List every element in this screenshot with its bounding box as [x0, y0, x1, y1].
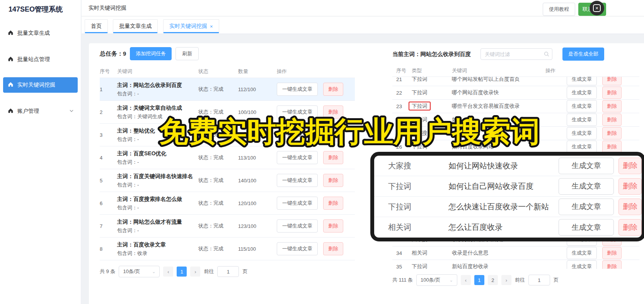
table-row[interactable]: 8 主词：百度收录文章包含词：收录 状态：完成 115/100 一键生成文章删除: [100, 238, 355, 260]
generate-articles-button[interactable]: 一键生成文章: [277, 105, 318, 119]
table-row[interactable]: 35 下拉词 新站百度秒收录 生成文章删除: [392, 260, 639, 269]
task-main-word: 主词：百度SEO优化: [117, 149, 198, 158]
delete-button[interactable]: 删除: [602, 127, 622, 139]
page-title: 实时关键词挖掘: [89, 5, 126, 12]
floating-widget-icon[interactable]: ✕: [589, 1, 604, 15]
delete-button[interactable]: 删除: [602, 87, 622, 99]
delete-button[interactable]: 删除: [602, 247, 622, 259]
generate-articles-button[interactable]: 一键生成文章: [277, 128, 318, 141]
delete-button[interactable]: 删除: [323, 105, 343, 119]
task-qty: 100/100: [238, 109, 277, 115]
generate-article-button[interactable]: 生成文章: [567, 141, 597, 153]
task-main-word: 主词：关键词文章自动生成: [117, 104, 198, 112]
add-task-button[interactable]: 添加挖词任务: [130, 47, 172, 60]
table-row[interactable]: 21 下拉词 哪个网站发帖可以上百度首页 生成文章删除: [392, 77, 639, 86]
keyword-table-header: 序号 类型 关键词 操作: [392, 65, 639, 77]
tab-keyword-mining[interactable]: 实时关键词挖掘 ×: [163, 19, 219, 33]
page-button-1[interactable]: 1: [474, 275, 484, 285]
keyword-text: 如何让自己网站收录百度: [448, 181, 559, 192]
generate-articles-button[interactable]: 一键生成文章: [277, 151, 318, 164]
table-row[interactable]: 4 主词：百度SEO优化包含词：- 状态：完成 113/100 一键生成文章删除: [100, 146, 355, 169]
delete-button[interactable]: 删除: [323, 151, 343, 164]
generate-article-button: 生成文章: [559, 178, 614, 195]
page-button-2[interactable]: 2: [488, 275, 498, 285]
generate-articles-button[interactable]: 一键生成文章: [277, 174, 318, 187]
generate-article-button[interactable]: 生成文章: [567, 114, 597, 126]
task-status: 状态：完成: [198, 154, 238, 161]
sidebar-item-keyword-mining[interactable]: 实时关键词挖掘: [3, 77, 78, 93]
keyword-filter-input[interactable]: [480, 48, 552, 60]
table-row[interactable]: 7 主词：网站怎么做才有流量包含词：- 状态：完成 123/100 一键生成文章…: [100, 215, 355, 238]
generate-article-button[interactable]: 生成文章: [567, 127, 597, 139]
generate-article-button[interactable]: 生成文章: [567, 87, 597, 99]
task-panel: 总任务：9 添加挖词任务 刷新 序号 关键词 状态 数量 操作 1 主词：网站怎…: [100, 48, 355, 277]
table-row[interactable]: 25 大家搜 生成文章删除: [392, 127, 639, 140]
tab-close-icon[interactable]: ×: [210, 24, 213, 29]
delete-button[interactable]: 删除: [323, 174, 343, 187]
page-button-1[interactable]: 1: [177, 267, 187, 277]
generate-article-button: 生成文章: [559, 219, 614, 236]
table-row[interactable]: 23 下拉词 哪些平台发文容易被百度收录 生成文章删除: [392, 100, 639, 113]
keyword-type: 大家搜: [374, 161, 448, 171]
delete-button[interactable]: 删除: [602, 114, 622, 126]
delete-button[interactable]: 删除: [602, 260, 622, 269]
chevron-down-icon: ⌄: [152, 269, 155, 274]
generate-articles-button[interactable]: 一键生成文章: [277, 219, 318, 233]
sidebar-item-label: 实时关键词挖掘: [17, 82, 55, 88]
chevron-down-icon: [69, 108, 74, 114]
keyword-type: 下拉词: [412, 143, 447, 150]
keyword-text: 怎么快速让百度收录一个新站: [448, 202, 559, 212]
delete-button[interactable]: 删除: [323, 83, 343, 96]
keyword-type: 大家搜: [412, 130, 447, 137]
page-size-select[interactable]: 100条/页 ⌄: [416, 274, 457, 286]
generate-article-button: 生成文章: [559, 199, 614, 215]
prev-page-button[interactable]: ‹: [163, 267, 173, 277]
generate-article-button[interactable]: 生成文章: [567, 260, 597, 269]
table-row[interactable]: 34 相关词 收录是什么意思 生成文章删除: [392, 246, 639, 260]
task-include-word: 包含词：-: [117, 159, 198, 166]
goto-page-input[interactable]: [217, 266, 239, 277]
next-page-button[interactable]: ›: [501, 275, 511, 285]
tabbar: 首页 批量文章生成 实时关键词挖掘 ×: [82, 17, 644, 34]
keyword-type: 下拉词: [412, 89, 447, 96]
delete-button[interactable]: 删除: [323, 242, 343, 255]
keyword-text: 哪个网站发帖可以上百度首页: [447, 77, 545, 83]
page-size-select[interactable]: 10条/页 ⌄: [119, 266, 160, 277]
refresh-button[interactable]: 刷新: [175, 47, 199, 60]
generate-articles-button[interactable]: 一键生成文章: [277, 197, 318, 210]
delete-button[interactable]: 删除: [323, 219, 343, 233]
delete-button[interactable]: 删除: [323, 128, 343, 141]
generate-all-button[interactable]: 是否生成全部: [562, 48, 604, 61]
tab-article-batch[interactable]: 批量文章生成: [113, 19, 158, 33]
table-row[interactable]: 2 主词：关键词文章自动生成包含词：关键词生成 状态：完成 100/100 一键…: [100, 101, 355, 124]
goto-page-input[interactable]: [528, 275, 550, 285]
table-row[interactable]: 5 主词：百度关键词排名快速排名包含词：- 状态：完成 140/100 一键生成…: [100, 169, 355, 192]
generate-article-button[interactable]: 生成文章: [567, 100, 597, 112]
table-row[interactable]: 3 主词：整站优化包含词：- 状态：完成 一键生成文章删除: [100, 124, 355, 146]
clipped-row-wrap: 21 下拉词 哪个网站发帖可以上百度首页 生成文章删除: [392, 77, 639, 86]
task-include-word: 包含词：-: [117, 204, 198, 211]
delete-button[interactable]: 删除: [602, 141, 622, 153]
task-include-word: 包含词：-: [117, 227, 198, 234]
sidebar-item-site-batch[interactable]: 批量站点管理: [3, 52, 78, 67]
delete-button[interactable]: 删除: [323, 197, 343, 210]
table-row[interactable]: 1 主词：网站怎么收录到百度包含词：- 状态：完成 112/100 一键生成文章…: [100, 78, 355, 101]
tab-home[interactable]: 首页: [85, 19, 108, 33]
generate-article-button[interactable]: 生成文章: [567, 77, 597, 85]
next-page-button[interactable]: ›: [190, 267, 200, 277]
delete-button: 删除: [618, 178, 642, 195]
delete-button[interactable]: 删除: [602, 77, 622, 85]
topbar: 实时关键词挖掘 使用教程 联系: [82, 0, 644, 16]
delete-button[interactable]: 删除: [602, 100, 622, 112]
table-row[interactable]: 22 下拉词 哪个网站百度收录快 生成文章删除: [392, 86, 639, 100]
table-row[interactable]: 24 下拉词 如 生成文章删除: [392, 113, 639, 127]
help-button[interactable]: 使用教程: [543, 3, 575, 16]
keyword-type: 相关词: [374, 222, 448, 233]
generate-article-button[interactable]: 生成文章: [567, 247, 597, 259]
generate-articles-button[interactable]: 一键生成文章: [277, 83, 318, 96]
sidebar-item-article-batch[interactable]: 批量文章生成: [3, 25, 78, 41]
prev-page-button[interactable]: ‹: [461, 275, 471, 285]
generate-articles-button[interactable]: 一键生成文章: [277, 242, 318, 255]
table-row[interactable]: 6 主词：百度搜索排名怎么做包含词：- 状态：完成 120/100 一键生成文章…: [100, 192, 355, 215]
sidebar-item-account[interactable]: 账户管理: [3, 104, 78, 119]
